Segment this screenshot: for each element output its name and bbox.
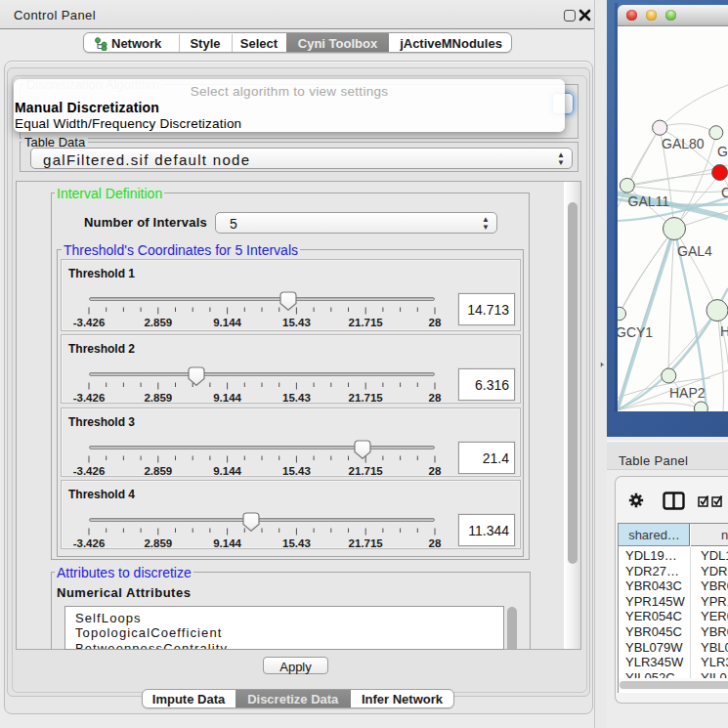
svg-text:9.144: 9.144: [213, 392, 241, 404]
svg-text:-3.426: -3.426: [73, 465, 106, 477]
svg-text:15.43: 15.43: [282, 392, 311, 404]
svg-text:28: 28: [429, 392, 442, 404]
svg-text:28: 28: [429, 465, 442, 477]
svg-text:21.715: 21.715: [349, 465, 384, 477]
svg-text:GCY1: GCY1: [618, 324, 653, 340]
svg-text:21.715: 21.715: [349, 537, 384, 549]
svg-text:15.43: 15.43: [282, 537, 311, 549]
svg-text:15.43: 15.43: [282, 317, 311, 328]
svg-text:C: C: [721, 185, 728, 200]
svg-text:GAL11: GAL11: [628, 193, 670, 209]
svg-text:9.144: 9.144: [213, 465, 241, 477]
svg-text:2.859: 2.859: [144, 537, 172, 549]
svg-text:GAL80: GAL80: [662, 136, 705, 151]
svg-text:2.859: 2.859: [144, 392, 172, 404]
svg-text:H: H: [720, 323, 728, 339]
svg-text:9.144: 9.144: [213, 317, 241, 328]
svg-text:-3.426: -3.426: [73, 317, 106, 328]
svg-text:28: 28: [429, 537, 442, 549]
svg-text:2.859: 2.859: [144, 465, 172, 477]
svg-text:21.715: 21.715: [349, 317, 384, 328]
svg-text:GA: GA: [717, 144, 728, 159]
svg-text:21.715: 21.715: [349, 392, 384, 404]
svg-text:-3.426: -3.426: [73, 537, 106, 549]
svg-text:15.43: 15.43: [282, 465, 311, 477]
svg-text:GAL4: GAL4: [677, 243, 712, 259]
svg-text:28: 28: [429, 317, 442, 328]
svg-text:HAP2: HAP2: [669, 385, 706, 401]
svg-text:9.144: 9.144: [213, 537, 241, 549]
svg-text:2.859: 2.859: [144, 317, 172, 328]
svg-text:-3.426: -3.426: [73, 392, 106, 404]
